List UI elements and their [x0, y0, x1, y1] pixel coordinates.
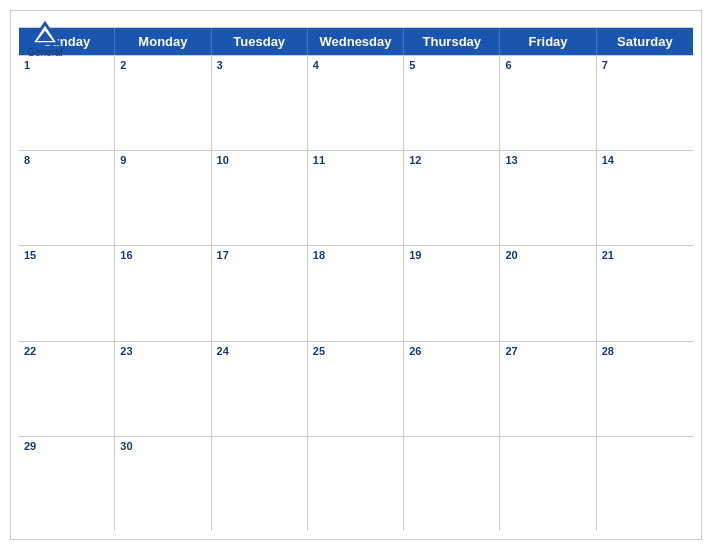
day-cell	[597, 437, 693, 531]
day-cell: 24	[212, 342, 308, 436]
day-cell: 23	[115, 342, 211, 436]
day-number: 25	[313, 345, 398, 357]
day-number: 5	[409, 59, 494, 71]
day-number: 10	[217, 154, 302, 166]
week-row-5: 2930	[19, 436, 693, 531]
day-number: 7	[602, 59, 688, 71]
day-cell: 11	[308, 151, 404, 245]
day-header-thursday: Thursday	[404, 28, 500, 55]
day-cell: 28	[597, 342, 693, 436]
day-number: 18	[313, 249, 398, 261]
day-cell: 1	[19, 56, 115, 150]
day-cell: 7	[597, 56, 693, 150]
day-cell: 21	[597, 246, 693, 340]
day-header-tuesday: Tuesday	[212, 28, 308, 55]
day-cell: 9	[115, 151, 211, 245]
day-number: 22	[24, 345, 109, 357]
day-number: 8	[24, 154, 109, 166]
day-number: 1	[24, 59, 109, 71]
day-cell: 13	[500, 151, 596, 245]
week-row-1: 1234567	[19, 55, 693, 150]
day-cell: 16	[115, 246, 211, 340]
day-header-saturday: Saturday	[597, 28, 693, 55]
day-cell: 5	[404, 56, 500, 150]
day-number: 3	[217, 59, 302, 71]
day-number: 24	[217, 345, 302, 357]
day-number: 2	[120, 59, 205, 71]
day-number: 4	[313, 59, 398, 71]
day-headers-row: SundayMondayTuesdayWednesdayThursdayFrid…	[19, 28, 693, 55]
day-cell: 14	[597, 151, 693, 245]
day-header-friday: Friday	[500, 28, 596, 55]
day-cell: 18	[308, 246, 404, 340]
day-cell: 6	[500, 56, 596, 150]
calendar-header: General Blue	[11, 11, 701, 27]
day-cell: 27	[500, 342, 596, 436]
day-number: 16	[120, 249, 205, 261]
day-cell: 15	[19, 246, 115, 340]
day-number: 12	[409, 154, 494, 166]
day-number: 15	[24, 249, 109, 261]
day-cell: 29	[19, 437, 115, 531]
day-cell	[404, 437, 500, 531]
day-number: 14	[602, 154, 688, 166]
day-number: 27	[505, 345, 590, 357]
day-number: 19	[409, 249, 494, 261]
day-cell: 10	[212, 151, 308, 245]
day-cell	[308, 437, 404, 531]
day-number: 30	[120, 440, 205, 452]
day-cell: 17	[212, 246, 308, 340]
day-number: 21	[602, 249, 688, 261]
calendar-grid: SundayMondayTuesdayWednesdayThursdayFrid…	[19, 27, 693, 531]
day-cell: 19	[404, 246, 500, 340]
weeks-container: 1234567891011121314151617181920212223242…	[19, 55, 693, 531]
day-number: 20	[505, 249, 590, 261]
day-cell: 20	[500, 246, 596, 340]
week-row-4: 22232425262728	[19, 341, 693, 436]
day-cell: 26	[404, 342, 500, 436]
day-number: 28	[602, 345, 688, 357]
day-number: 6	[505, 59, 590, 71]
day-cell	[500, 437, 596, 531]
day-cell: 30	[115, 437, 211, 531]
calendar: General Blue SundayMondayTuesdayWednesda…	[10, 10, 702, 540]
day-header-wednesday: Wednesday	[308, 28, 404, 55]
day-cell: 3	[212, 56, 308, 150]
day-header-monday: Monday	[115, 28, 211, 55]
day-number: 26	[409, 345, 494, 357]
day-cell: 8	[19, 151, 115, 245]
day-cell: 25	[308, 342, 404, 436]
day-number: 11	[313, 154, 398, 166]
day-cell: 2	[115, 56, 211, 150]
day-cell	[212, 437, 308, 531]
week-row-2: 891011121314	[19, 150, 693, 245]
generalblue-logo-icon	[27, 19, 63, 47]
day-cell: 12	[404, 151, 500, 245]
day-number: 17	[217, 249, 302, 261]
week-row-3: 15161718192021	[19, 245, 693, 340]
day-number: 9	[120, 154, 205, 166]
day-cell: 4	[308, 56, 404, 150]
day-number: 23	[120, 345, 205, 357]
day-number: 13	[505, 154, 590, 166]
day-cell: 22	[19, 342, 115, 436]
day-number: 29	[24, 440, 109, 452]
